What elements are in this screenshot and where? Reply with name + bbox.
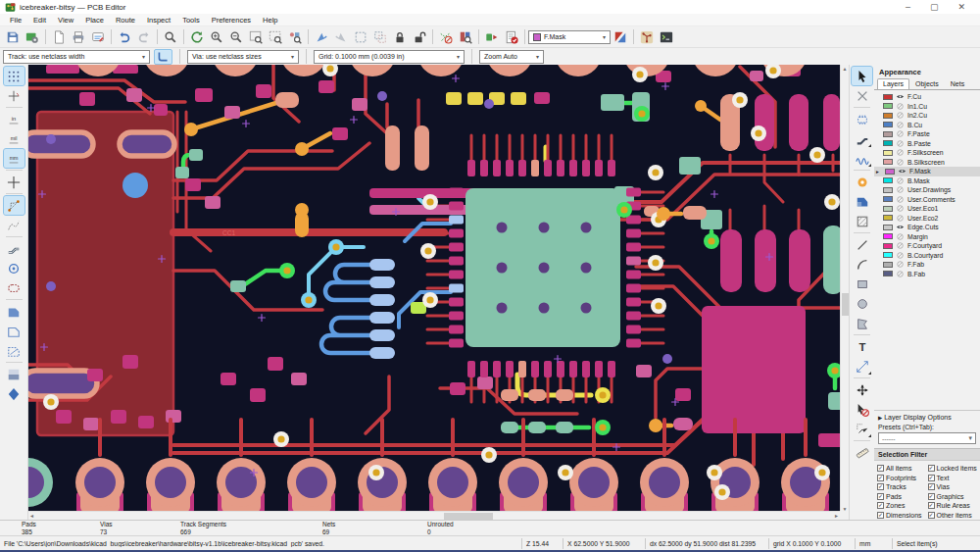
layer-color-swatch[interactable]	[883, 122, 893, 127]
pcb-board-view[interactable]: CC1	[28, 65, 840, 513]
checkbox-checked[interactable]: ✓	[877, 493, 884, 500]
refresh-view-button[interactable]	[187, 28, 207, 46]
add-text-tool-button[interactable]: T	[852, 337, 872, 356]
vertical-scrollbar[interactable]: ▲▼	[840, 65, 849, 513]
presets-selector[interactable]: ------▾	[878, 432, 976, 444]
tab-objects[interactable]: Objects	[909, 78, 945, 89]
layer-color-swatch[interactable]	[883, 196, 893, 202]
highlight-net-tool-button[interactable]	[852, 86, 872, 105]
polar-coords-button[interactable]	[4, 86, 24, 105]
grid-selector[interactable]: Grid: 0.1000 mm (0.0039 in) ▾	[314, 50, 465, 64]
layer-color-swatch[interactable]	[885, 169, 895, 175]
scripting-console-button[interactable]	[657, 28, 676, 46]
eye-closed-icon[interactable]	[896, 158, 905, 167]
zoom-fit-button[interactable]	[246, 28, 266, 46]
layer-row-in2-cu[interactable]: In2.Cu	[874, 111, 980, 121]
unlock-button[interactable]	[410, 28, 429, 46]
layer-color-swatch[interactable]	[883, 243, 893, 249]
eye-closed-icon[interactable]	[896, 204, 905, 213]
ratsnest-curved-button[interactable]	[4, 216, 24, 234]
local-ratsnest-tool-button[interactable]	[852, 110, 872, 128]
draw-circle-tool-button[interactable]	[852, 294, 872, 313]
filter-tracks[interactable]: ✓Tracks	[877, 482, 928, 492]
plot-button[interactable]	[88, 28, 108, 46]
layer-row-user-comments[interactable]: User.Comments	[874, 195, 980, 205]
route-tracks-tool-button[interactable]	[852, 129, 872, 148]
checkbox-checked[interactable]: ✓	[877, 502, 884, 509]
group-items-button[interactable]	[351, 28, 370, 46]
eye-closed-icon[interactable]	[896, 148, 905, 157]
eye-closed-icon[interactable]	[896, 241, 905, 250]
layer-color-swatch[interactable]	[883, 252, 893, 258]
tune-length-tool-button[interactable]	[852, 149, 872, 168]
layer-color-swatch[interactable]	[883, 131, 893, 137]
layer-display-options[interactable]: ▶ Layer Display Options	[874, 410, 980, 423]
menu-help[interactable]: Help	[257, 16, 283, 25]
high-contrast-mode-button[interactable]	[4, 384, 24, 403]
checkbox-checked[interactable]: ✓	[928, 502, 935, 509]
layer-color-swatch[interactable]	[883, 140, 893, 146]
maximize-button[interactable]: ▢	[930, 3, 939, 12]
update-footprints-button[interactable]	[482, 28, 502, 46]
menu-route[interactable]: Route	[110, 16, 141, 25]
cursor-shape-button[interactable]	[4, 173, 24, 191]
draw-rectangle-tool-button[interactable]	[852, 275, 872, 293]
add-dimension-tool-button[interactable]	[852, 357, 872, 376]
units-mils-button[interactable]: mil	[4, 129, 24, 148]
layer-color-swatch[interactable]	[883, 233, 893, 239]
filter-graphics[interactable]: ✓Graphics	[928, 492, 979, 502]
filter-text[interactable]: ✓Text	[928, 474, 979, 483]
units-mm-button[interactable]: mm	[4, 149, 24, 168]
checkbox-checked[interactable]: ✓	[877, 483, 884, 490]
layer-color-swatch[interactable]	[883, 150, 893, 156]
checkbox-checked[interactable]: ✓	[877, 465, 884, 472]
rotate-ccw-button[interactable]	[312, 28, 331, 46]
checkbox-checked[interactable]: ✓	[928, 465, 935, 472]
layer-row-in1-cu[interactable]: In1.Cu	[874, 102, 980, 112]
add-zone-tool-button[interactable]	[852, 192, 872, 211]
filter-other-items[interactable]: ✓Other items	[928, 511, 979, 521]
checkbox-checked[interactable]: ✓	[877, 475, 884, 481]
layer-row-f-silkscreen[interactable]: F.Silkscreen	[874, 148, 980, 158]
eye-closed-icon[interactable]	[896, 260, 905, 269]
tab-nets[interactable]: Nets	[945, 78, 970, 89]
add-rule-area-tool-button[interactable]	[852, 212, 872, 230]
lock-button[interactable]	[390, 28, 410, 46]
zoom-out-button[interactable]	[226, 28, 246, 46]
grid-visibility-button[interactable]	[4, 67, 24, 85]
filter-pads[interactable]: ✓Pads	[877, 492, 928, 502]
menu-place[interactable]: Place	[79, 16, 110, 25]
via-size-selector[interactable]: Via: use netclass sizes ▾	[187, 50, 299, 64]
track-posture-button[interactable]	[154, 49, 172, 65]
layer-row-f-cu[interactable]: F.Cu	[874, 92, 980, 102]
pcb-canvas[interactable]: CC1 ▲▼ ◄►	[28, 65, 849, 520]
minimize-button[interactable]: –	[906, 3, 910, 12]
zoom-selection-button[interactable]	[266, 28, 285, 46]
ungroup-items-button[interactable]	[370, 28, 390, 46]
zone-outline-mode-button[interactable]	[4, 341, 24, 360]
layer-color-swatch[interactable]	[883, 177, 893, 183]
save-button[interactable]	[3, 28, 23, 46]
eye-closed-icon[interactable]	[896, 214, 905, 223]
eye-closed-icon[interactable]	[896, 121, 905, 129]
via-outline-mode-button[interactable]	[4, 259, 24, 277]
checkbox-checked[interactable]: ✓	[928, 493, 935, 500]
select-tool-button[interactable]	[852, 67, 872, 85]
rotate-cw-button[interactable]	[331, 28, 351, 46]
zone-fill-mode-button[interactable]	[4, 302, 24, 321]
layer-color-swatch[interactable]	[883, 206, 893, 212]
pad-outline-mode-button[interactable]	[4, 278, 24, 297]
layer-color-swatch[interactable]	[883, 103, 893, 109]
layer-row-f-fab[interactable]: F.Fab	[874, 260, 980, 270]
run-drc-button[interactable]	[502, 28, 521, 46]
layer-color-swatch[interactable]	[883, 215, 893, 221]
eye-open-icon[interactable]	[898, 167, 906, 176]
checkbox-checked[interactable]: ✓	[877, 512, 884, 519]
eye-closed-icon[interactable]	[896, 185, 905, 194]
eye-closed-icon[interactable]	[896, 195, 905, 204]
checkbox-checked[interactable]: ✓	[928, 512, 935, 519]
layer-row-margin[interactable]: Margin	[874, 232, 980, 242]
filter-vias[interactable]: ✓Vias	[928, 482, 979, 492]
layer-row-b-cu[interactable]: B.Cu	[874, 121, 980, 130]
layer-row-b-paste[interactable]: B.Paste	[874, 139, 980, 149]
